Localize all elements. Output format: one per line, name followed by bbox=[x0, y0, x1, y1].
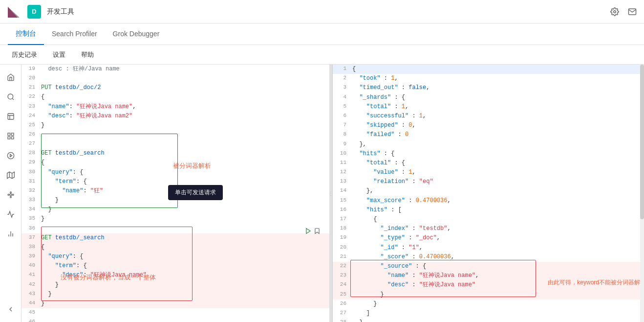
editor-line-44: 44 } bbox=[21, 299, 332, 308]
editor-line-46: 46 bbox=[21, 318, 332, 322]
split-handle[interactable]: ⋮ bbox=[329, 65, 332, 322]
sidebar-icon-dashboard[interactable] bbox=[2, 127, 20, 145]
tab-console[interactable]: 控制台 bbox=[8, 23, 44, 45]
sidebar-icon-monitoring[interactable] bbox=[2, 225, 20, 243]
output-line-12: 12 "value" : 1, bbox=[333, 168, 644, 177]
output-line-14: 14 }, bbox=[333, 186, 644, 196]
bookmark-icon[interactable] bbox=[314, 228, 321, 234]
editor-pane: 19 desc : 狂神/Java name 20 21 PUT testdb/… bbox=[21, 65, 333, 322]
output-line-8: 8 "failed" : 0 bbox=[333, 130, 644, 139]
editor-line-21: 21 PUT testdb/_doc/2 bbox=[21, 83, 332, 92]
svg-point-15 bbox=[10, 194, 12, 196]
tab-grok-debugger[interactable]: Grok Debugger bbox=[105, 23, 168, 45]
svg-point-2 bbox=[614, 10, 616, 13]
editor-line-24: 24 "desc": "狂神说Java nam2" bbox=[21, 112, 332, 121]
svg-marker-11 bbox=[10, 154, 12, 157]
output-line-3: 3 "timed_out" : false, bbox=[333, 83, 644, 92]
svg-rect-6 bbox=[8, 133, 10, 136]
output-line-28: 28 } bbox=[333, 318, 644, 322]
app-title: 开发工具 bbox=[47, 7, 74, 16]
editor-line-20: 20 bbox=[21, 74, 332, 83]
sidebar-icon-canvas[interactable] bbox=[2, 147, 20, 164]
output-line-9: 9 }, bbox=[333, 140, 644, 149]
editor-line-45: 45 bbox=[21, 308, 332, 318]
sidebar bbox=[0, 65, 21, 322]
editor-line-34: 34 } bbox=[21, 205, 332, 214]
output-line-11: 11 "total" : { bbox=[333, 159, 644, 168]
output-line-2: 2 "took" : 1, bbox=[333, 74, 644, 83]
mail-icon[interactable] bbox=[626, 6, 638, 18]
editor-line-42: 42 } bbox=[21, 280, 332, 290]
sidebar-icon-home[interactable] bbox=[2, 69, 20, 86]
tooltip-send-request: 单击可发送请求 bbox=[168, 185, 223, 200]
output-line-10: 10 "hits" : { bbox=[333, 149, 644, 159]
settings-icon[interactable] bbox=[609, 6, 621, 18]
output-line-4: 4 "_shards" : { bbox=[333, 93, 644, 102]
svg-point-19 bbox=[12, 194, 14, 196]
kibana-logo bbox=[6, 4, 21, 20]
nav-tabs: 控制台 Search Profiler Grok Debugger bbox=[0, 23, 644, 45]
app-icon: D bbox=[27, 5, 41, 19]
editor-line-27: 27 bbox=[21, 139, 332, 149]
editor-line-22: 22 { bbox=[21, 92, 332, 102]
output-line-20: 20 "_id" : "1", bbox=[333, 243, 644, 253]
output-pane: 1 { 2 "took" : 1, 3 "timed_out" : false,… bbox=[333, 65, 644, 322]
top-bar: D 开发工具 bbox=[0, 0, 644, 23]
editor-line-29: 29 { bbox=[21, 158, 332, 167]
sidebar-icon-collapse[interactable] bbox=[2, 300, 20, 318]
svg-marker-12 bbox=[7, 172, 14, 178]
svg-rect-7 bbox=[11, 133, 14, 136]
output-line-27: 27 ] bbox=[333, 309, 644, 318]
svg-point-16 bbox=[10, 192, 11, 193]
sidebar-icon-discover[interactable] bbox=[2, 88, 20, 106]
svg-point-10 bbox=[7, 152, 14, 159]
svg-rect-9 bbox=[8, 137, 10, 139]
output-line-23: 23 "name" : "狂神说Java name", bbox=[333, 271, 644, 280]
json-output[interactable]: 1 { 2 "took" : 1, 3 "timed_out" : false,… bbox=[333, 65, 644, 322]
tab-search-profiler[interactable]: Search Profiler bbox=[44, 23, 105, 45]
output-line-26: 26 } bbox=[333, 299, 644, 309]
editor-line-26: 26 bbox=[21, 130, 332, 139]
settings-button[interactable]: 设置 bbox=[49, 48, 69, 61]
sidebar-icon-graph[interactable] bbox=[2, 206, 20, 223]
editor-line-40: 40 "term": { bbox=[21, 261, 332, 271]
svg-marker-20 bbox=[306, 229, 310, 234]
editor-line-37: 37 GET testdb/_search bbox=[21, 233, 332, 243]
output-line-13: 13 "relation" : "eq" bbox=[333, 177, 644, 186]
output-line-7: 7 "skipped" : 0, bbox=[333, 121, 644, 130]
output-scrollbar[interactable] bbox=[640, 65, 644, 322]
editor-line-35: 35 } bbox=[21, 214, 332, 224]
second-toolbar: 历史记录 设置 帮助 bbox=[0, 45, 644, 65]
play-icon[interactable] bbox=[305, 228, 312, 234]
editor-line-25: 25 } bbox=[21, 121, 332, 130]
editor-line-36: 36 bbox=[21, 224, 332, 233]
editor-line-23: 23 "name": "狂神说Java name", bbox=[21, 102, 332, 112]
output-line-22: 22 "_source" : { bbox=[333, 262, 644, 271]
sidebar-icon-visualize[interactable] bbox=[2, 108, 20, 125]
editor-line-39: 39 "query": { bbox=[21, 252, 332, 261]
output-line-24: 24 "desc" : "狂神说Java name" bbox=[333, 280, 644, 290]
history-button[interactable]: 历史记录 bbox=[8, 48, 41, 61]
svg-rect-5 bbox=[8, 114, 14, 119]
svg-point-17 bbox=[10, 196, 11, 198]
editor-line-28: 28 GET testdb/_search bbox=[21, 149, 332, 158]
editor-line-19: 19 desc : 狂神/Java name bbox=[21, 65, 332, 74]
content-area: 19 desc : 狂神/Java name 20 21 PUT testdb/… bbox=[21, 65, 644, 322]
main-layout: 19 desc : 狂神/Java name 20 21 PUT testdb/… bbox=[0, 65, 644, 322]
svg-point-3 bbox=[8, 94, 13, 99]
sidebar-icon-maps[interactable] bbox=[2, 166, 20, 184]
editor-line-38: 38 { bbox=[21, 243, 332, 252]
output-line-16: 16 "hits" : [ bbox=[333, 206, 644, 215]
output-line-6: 6 "successful" : 1, bbox=[333, 112, 644, 121]
svg-rect-8 bbox=[11, 137, 14, 139]
output-line-25: 25 } bbox=[333, 290, 644, 299]
output-line-21: 21 "_score" : 0.4700036, bbox=[333, 253, 644, 262]
sidebar-icon-ml[interactable] bbox=[2, 186, 20, 204]
output-line-15: 15 "max_score" : 0.4700036, bbox=[333, 196, 644, 206]
output-line-1: 1 { bbox=[333, 65, 644, 74]
play-bookmark-icons bbox=[305, 228, 321, 234]
editor-line-30: 30 "query": { bbox=[21, 168, 332, 177]
output-line-19: 19 "_type" : "_doc", bbox=[333, 233, 644, 243]
help-button[interactable]: 帮助 bbox=[77, 48, 98, 61]
editor-line-41: 41 "desc": "狂神说Java name" bbox=[21, 271, 332, 280]
